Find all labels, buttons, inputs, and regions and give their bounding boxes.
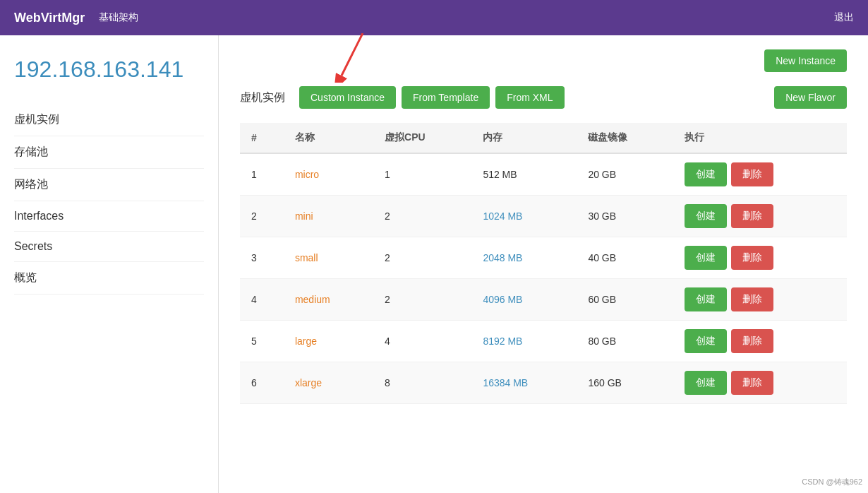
from-template-button[interactable]: From Template — [402, 86, 490, 109]
delete-button[interactable]: 删除 — [731, 204, 773, 228]
delete-button[interactable]: 删除 — [731, 246, 773, 270]
cell-name: medium — [284, 279, 373, 321]
cell-action: 创建 删除 — [673, 321, 847, 362]
cell-vcpu: 4 — [373, 321, 471, 362]
cell-memory: 2048 MB — [471, 237, 577, 279]
cell-disk: 20 GB — [577, 153, 673, 196]
cell-action: 创建 删除 — [673, 196, 847, 237]
exit-link[interactable]: 退出 — [834, 11, 854, 23]
name-link[interactable]: small — [295, 252, 318, 263]
cell-id: 1 — [240, 153, 284, 196]
cell-disk: 30 GB — [577, 196, 673, 237]
name-link[interactable]: mini — [295, 210, 313, 222]
name-link[interactable]: large — [295, 335, 317, 347]
cell-vcpu: 1 — [373, 153, 471, 196]
cell-name: mini — [284, 196, 373, 237]
sidebar-item-secrets[interactable]: Secrets — [14, 232, 204, 262]
cell-id: 5 — [240, 321, 284, 362]
table-row: 3 small 2 2048 MB 40 GB 创建 删除 — [240, 237, 847, 279]
nav-infra[interactable]: 基础架构 — [99, 11, 138, 24]
cell-action: 创建 删除 — [673, 279, 847, 321]
content-header: New Instance — [240, 49, 847, 72]
new-flavor-button[interactable]: New Flavor — [774, 86, 847, 109]
sidebar-item-storage[interactable]: 存储池 — [14, 136, 204, 169]
cell-id: 6 — [240, 362, 284, 404]
delete-button[interactable]: 删除 — [731, 287, 773, 311]
create-button[interactable]: 创建 — [685, 329, 727, 353]
table-row: 1 micro 1 512 MB 20 GB 创建 删除 — [240, 153, 847, 196]
col-vcpu: 虚拟CPU — [373, 123, 471, 153]
arrow-area: Custom Instance From Template From XML — [299, 86, 565, 109]
table-body: 1 micro 1 512 MB 20 GB 创建 删除 2 mini 2 — [240, 153, 847, 404]
cell-disk: 160 GB — [577, 362, 673, 404]
col-id: # — [240, 123, 284, 153]
section-right: New Flavor — [774, 86, 847, 109]
cell-disk: 80 GB — [577, 321, 673, 362]
col-memory: 内存 — [471, 123, 577, 153]
table-row: 5 large 4 8192 MB 80 GB 创建 删除 — [240, 321, 847, 362]
instance-btn-group: Custom Instance From Template From XML — [299, 86, 565, 109]
cell-action: 创建 删除 — [673, 237, 847, 279]
cell-action: 创建 删除 — [673, 362, 847, 404]
sidebar-item-overview[interactable]: 概览 — [14, 262, 204, 295]
cell-memory: 4096 MB — [471, 279, 577, 321]
col-disk: 磁盘镜像 — [577, 123, 673, 153]
section-label: 虚机实例 — [240, 90, 285, 105]
delete-button[interactable]: 删除 — [731, 162, 773, 186]
page-title: 192.168.163.141 — [14, 57, 204, 83]
from-xml-button[interactable]: From XML — [495, 86, 564, 109]
name-link[interactable]: xlarge — [295, 377, 322, 388]
table-row: 2 mini 2 1024 MB 30 GB 创建 删除 — [240, 196, 847, 237]
cell-vcpu: 8 — [373, 362, 471, 404]
section-header: 虚机实例 Custom Instance From Template From … — [240, 86, 847, 109]
create-button[interactable]: 创建 — [685, 204, 727, 228]
cell-vcpu: 2 — [373, 196, 471, 237]
sidebar-item-interfaces[interactable]: Interfaces — [14, 201, 204, 232]
cell-memory: 8192 MB — [471, 321, 577, 362]
col-action: 执行 — [673, 123, 847, 153]
main-content: New Instance 虚机实例 Custom Instance — [219, 35, 868, 493]
cell-id: 3 — [240, 237, 284, 279]
watermark: CSDN @铸魂962 — [802, 477, 862, 487]
cell-vcpu: 2 — [373, 237, 471, 279]
delete-button[interactable]: 删除 — [731, 329, 773, 353]
delete-button[interactable]: 删除 — [731, 371, 773, 395]
sidebar-nav: 虚机实例 存储池 网络池 Interfaces Secrets 概览 — [14, 104, 204, 295]
name-link[interactable]: micro — [295, 169, 319, 180]
sidebar-item-network[interactable]: 网络池 — [14, 169, 204, 201]
col-name: 名称 — [284, 123, 373, 153]
new-instance-button[interactable]: New Instance — [764, 49, 847, 72]
navbar: WebVirtMgr 基础架构 退出 — [0, 0, 868, 35]
flavor-table: # 名称 虚拟CPU 内存 磁盘镜像 执行 1 micro 1 512 MB 2… — [240, 123, 847, 404]
cell-id: 2 — [240, 196, 284, 237]
name-link[interactable]: medium — [295, 294, 330, 305]
cell-memory: 16384 MB — [471, 362, 577, 404]
create-button[interactable]: 创建 — [685, 287, 727, 311]
create-button[interactable]: 创建 — [685, 246, 727, 270]
cell-vcpu: 2 — [373, 279, 471, 321]
brand-logo: WebVirtMgr — [14, 11, 85, 25]
custom-instance-button[interactable]: Custom Instance — [299, 86, 396, 109]
sidebar: 192.168.163.141 虚机实例 存储池 网络池 Interfaces … — [0, 35, 219, 493]
table-row: 6 xlarge 8 16384 MB 160 GB 创建 删除 — [240, 362, 847, 404]
cell-name: large — [284, 321, 373, 362]
create-button[interactable]: 创建 — [685, 162, 727, 186]
cell-name: micro — [284, 153, 373, 196]
cell-disk: 40 GB — [577, 237, 673, 279]
cell-disk: 60 GB — [577, 279, 673, 321]
create-button[interactable]: 创建 — [685, 371, 727, 395]
table-header: # 名称 虚拟CPU 内存 磁盘镜像 执行 — [240, 123, 847, 153]
sidebar-item-vms[interactable]: 虚机实例 — [14, 104, 204, 136]
cell-memory: 1024 MB — [471, 196, 577, 237]
table-row: 4 medium 2 4096 MB 60 GB 创建 删除 — [240, 279, 847, 321]
cell-name: xlarge — [284, 362, 373, 404]
cell-name: small — [284, 237, 373, 279]
cell-id: 4 — [240, 279, 284, 321]
cell-memory: 512 MB — [471, 153, 577, 196]
cell-action: 创建 删除 — [673, 153, 847, 196]
